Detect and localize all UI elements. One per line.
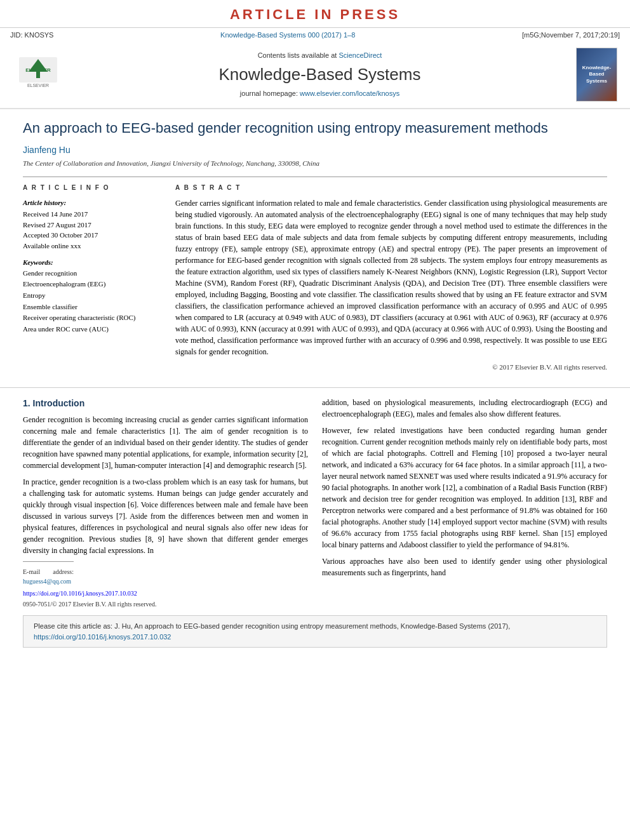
homepage-label: journal homepage: — [240, 90, 298, 97]
keyword-6: Area under ROC curve (AUC) — [23, 324, 163, 335]
email-label: E-mail address: — [23, 568, 74, 575]
elsevier-logo: ELSEVIER ELSEVIER — [13, 54, 64, 95]
keyword-4: Ensemble classifier — [23, 302, 163, 313]
available-online: Available online xxx — [23, 241, 163, 251]
article-info-column: A R T I C L E I N F O Article history: R… — [23, 183, 163, 372]
journal-header: ELSEVIER ELSEVIER Contents lists availab… — [0, 41, 630, 109]
intro-para-1: Gender recognition is becoming increasin… — [23, 414, 308, 471]
journal-ref-link[interactable]: Knowledge-Based Systems 000 (2017) 1–8 — [220, 30, 355, 40]
journal-title-block: Contents lists available at ScienceDirec… — [76, 51, 563, 98]
article-title: An approach to EEG-based gender recognit… — [23, 119, 607, 138]
accepted-date: Accepted 30 October 2017 — [23, 230, 163, 241]
article-content: An approach to EEG-based gender recognit… — [0, 109, 630, 378]
author-affiliation: The Center of Collaboration and Innovati… — [23, 159, 607, 168]
banner-text: ARTICLE IN PRESS — [230, 6, 400, 22]
citation-doi[interactable]: https://doi.org/10.1016/j.knosys.2017.10… — [34, 633, 171, 641]
citation-box: Please cite this article as: J. Hu, An a… — [23, 615, 607, 648]
received-date: Received 14 June 2017 — [23, 209, 163, 220]
copyright-line: © 2017 Elsevier B.V. All rights reserved… — [175, 363, 607, 372]
footnote-email: E-mail address: huguess4@qq.com — [23, 567, 74, 586]
article-meta-columns: A R T I C L E I N F O Article history: R… — [23, 177, 607, 372]
ms-info: [m5G;November 7, 2017;20:19] — [522, 30, 620, 40]
doi-url[interactable]: https://doi.org/10.1016/j.knosys.2017.10… — [23, 590, 137, 597]
body-col-right: addition, based on physiological measure… — [322, 397, 607, 609]
top-meta: JID: KNOSYS Knowledge-Based Systems 000 … — [0, 28, 630, 41]
jid-label: JID: KNOSYS — [10, 30, 53, 40]
journal-name: Knowledge-Based Systems — [76, 63, 563, 86]
section-separator — [0, 387, 630, 388]
sciencedirect-link[interactable]: ScienceDirect — [338, 51, 382, 59]
journal-thumbnail: Knowledge-BasedSystems — [576, 48, 617, 102]
abstract-header: A B S T R A C T — [175, 183, 607, 192]
article-info-block: Article history: Received 14 June 2017 R… — [23, 197, 163, 335]
keyword-2: Electroencephalogram (EEG) — [23, 279, 163, 290]
keywords-label: Keywords: — [23, 257, 163, 268]
intro-para-4: However, few related investigations have… — [322, 425, 607, 550]
doi-link[interactable]: https://doi.org/10.1016/j.knosys.2017.10… — [23, 589, 308, 598]
history-label: Article history: — [23, 197, 163, 208]
intro-para-3: addition, based on physiological measure… — [322, 397, 607, 420]
footnote-area: E-mail address: huguess4@qq.com — [23, 561, 74, 586]
homepage-url[interactable]: www.elsevier.com/locate/knosys — [300, 90, 399, 97]
contents-label: Contents lists available at — [258, 51, 337, 59]
body-col-left: 1. Introduction Gender recognition is be… — [23, 397, 308, 609]
article-in-press-banner: ARTICLE IN PRESS — [0, 0, 630, 28]
keyword-5: Receiver operating characteristic (ROC) — [23, 312, 163, 324]
article-info-header: A R T I C L E I N F O — [23, 183, 163, 192]
homepage-line: journal homepage: www.elsevier.com/locat… — [76, 89, 563, 98]
author-name: Jianfeng Hu — [23, 144, 607, 157]
abstract-text: Gender carries significant information r… — [175, 197, 607, 357]
citation-text: Please cite this article as: J. Hu, An a… — [34, 622, 510, 630]
contents-line: Contents lists available at ScienceDirec… — [76, 51, 563, 60]
page: ARTICLE IN PRESS JID: KNOSYS Knowledge-B… — [0, 0, 630, 840]
section1-title: 1. Introduction — [23, 397, 308, 410]
body-columns: 1. Introduction Gender recognition is be… — [0, 397, 630, 609]
rights-text: 0950-7051/© 2017 Elsevier B.V. All right… — [23, 599, 308, 609]
keyword-3: Entropy — [23, 290, 163, 302]
email-link[interactable]: huguess4@qq.com — [23, 578, 71, 585]
revised-date: Revised 27 August 2017 — [23, 220, 163, 230]
intro-para-5: Various approaches have also been used t… — [322, 556, 607, 578]
keyword-1: Gender recognition — [23, 268, 163, 279]
abstract-column: A B S T R A C T Gender carries significa… — [175, 183, 607, 372]
svg-text:ELSEVIER: ELSEVIER — [27, 83, 49, 88]
intro-para-2: In practice, gender recognition is a two… — [23, 476, 308, 556]
svg-rect-3 — [36, 72, 40, 78]
